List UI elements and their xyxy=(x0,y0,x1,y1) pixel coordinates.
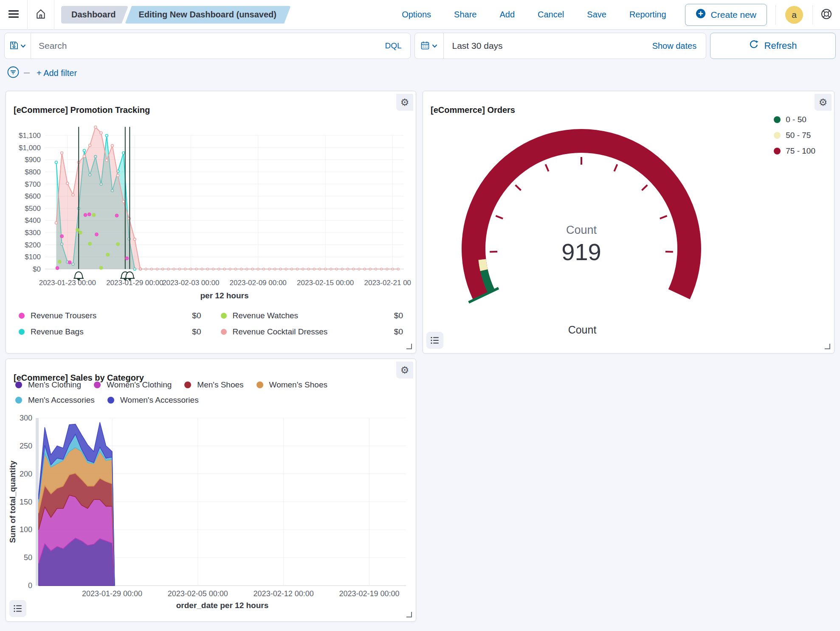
svg-text:2023-02-15 00:00: 2023-02-15 00:00 xyxy=(297,279,354,287)
legend-label: 75 - 100 xyxy=(786,146,815,156)
legend-label: Revenue Bags xyxy=(31,327,186,337)
save-query-icon xyxy=(10,41,18,51)
saved-query-button[interactable] xyxy=(5,33,31,59)
legend-dot xyxy=(15,397,22,404)
svg-text:order_date per 12 hours: order_date per 12 hours xyxy=(176,601,269,610)
svg-text:$100: $100 xyxy=(25,253,41,261)
legend-item-womens-accessories[interactable]: Women's Accessories xyxy=(107,395,199,405)
svg-text:2023-01-23 00:00: 2023-01-23 00:00 xyxy=(39,279,96,287)
breadcrumb: Dashboard Editing New Dashboard (unsaved… xyxy=(61,6,291,24)
legend-item-mens-clothing[interactable]: Men's Clothing xyxy=(15,380,81,390)
reporting-button[interactable]: Reporting xyxy=(627,9,669,20)
refresh-button[interactable]: Refresh xyxy=(710,33,836,59)
legend-label: 0 - 50 xyxy=(786,115,815,124)
legend-item-revenue-trousers[interactable]: Revenue Trousers $0 xyxy=(19,311,201,320)
divider xyxy=(775,5,776,25)
legend-item-revenue-watches[interactable]: Revenue Watches $0 xyxy=(221,311,403,320)
filter-icon[interactable] xyxy=(7,66,20,80)
svg-text:2023-01-29 00:00: 2023-01-29 00:00 xyxy=(106,279,163,287)
gauge-bottom-label: Count xyxy=(457,324,708,336)
resize-handle-icon[interactable] xyxy=(406,611,412,618)
breadcrumb-dashboard[interactable]: Dashboard xyxy=(61,6,128,24)
search-input[interactable] xyxy=(31,41,376,51)
legend-value: $0 xyxy=(192,311,201,320)
legend-dot xyxy=(15,381,22,388)
add-filter-button[interactable]: + Add filter xyxy=(34,68,79,79)
help-button[interactable] xyxy=(813,0,840,29)
cancel-button[interactable]: Cancel xyxy=(535,9,567,20)
panel-list-icon[interactable] xyxy=(9,600,26,617)
legend-label: Men's Accessories xyxy=(28,395,95,405)
legend-label: Revenue Trousers xyxy=(31,311,186,320)
create-new-button[interactable]: Create new xyxy=(685,4,767,26)
add-button[interactable]: Add xyxy=(497,9,517,20)
legend-item-range-50-75[interactable]: 50 - 75 xyxy=(774,131,815,140)
share-button[interactable]: Share xyxy=(451,9,479,20)
legend-label: Women's Shoes xyxy=(269,380,327,390)
menu-button[interactable] xyxy=(0,0,27,29)
svg-text:$500: $500 xyxy=(25,205,41,213)
resize-handle-icon[interactable] xyxy=(824,343,831,350)
legend-item-range-0-50[interactable]: 0 - 50 xyxy=(774,115,815,124)
svg-text:50: 50 xyxy=(24,553,32,562)
calendar-icon xyxy=(421,41,429,51)
legend-label: Men's Clothing xyxy=(28,380,81,390)
orders-gauge-chart[interactable]: Count 919 xyxy=(457,125,708,303)
gauge-legend: 0 - 50 50 - 75 75 - 100 xyxy=(774,115,815,156)
gauge-metric-label: Count xyxy=(566,224,597,236)
help-ring-icon xyxy=(820,8,832,21)
legend-item-revenue-bags[interactable]: Revenue Bags $0 xyxy=(19,327,201,337)
panel-title: [eCommerce] Promotion Tracking xyxy=(14,105,150,115)
plus-circle-icon xyxy=(696,8,706,21)
legend-item-revenue-cocktail-dresses[interactable]: Revenue Cocktail Dresses $0 xyxy=(221,327,403,337)
panel-sales-by-category: [eCommerce] Sales by Category ⚙ Men's Cl… xyxy=(6,359,416,622)
legend-value: $0 xyxy=(192,327,201,337)
legend-value: $0 xyxy=(394,327,403,337)
gear-icon[interactable]: ⚙ xyxy=(396,362,413,379)
svg-text:$1,100: $1,100 xyxy=(19,132,41,140)
legend-dot xyxy=(107,397,114,404)
divider xyxy=(54,0,54,30)
gear-icon[interactable]: ⚙ xyxy=(396,94,413,111)
gauge-value: 919 xyxy=(561,238,601,265)
svg-text:2023-02-03 00:00: 2023-02-03 00:00 xyxy=(162,279,219,287)
panel-orders: [eCommerce] Orders ⚙ 0 - 50 50 - 75 75 -… xyxy=(423,91,834,353)
filter-divider xyxy=(24,73,30,73)
svg-text:$200: $200 xyxy=(25,241,41,249)
svg-text:2023-02-05 00:00: 2023-02-05 00:00 xyxy=(168,589,228,598)
top-nav-actions: Options Share Add Cancel Save Reporting … xyxy=(399,0,840,29)
refresh-icon xyxy=(749,40,758,52)
gear-icon[interactable]: ⚙ xyxy=(815,94,832,111)
options-button[interactable]: Options xyxy=(399,9,434,20)
date-range-value[interactable]: Last 30 days xyxy=(444,41,643,51)
svg-text:250: 250 xyxy=(20,442,32,450)
svg-text:$600: $600 xyxy=(25,192,41,200)
panel-list-icon[interactable] xyxy=(426,332,443,349)
legend-dot xyxy=(774,132,781,139)
avatar[interactable]: a xyxy=(785,6,803,24)
legend-dot xyxy=(19,313,25,319)
query-language-button[interactable]: DQL xyxy=(376,41,410,50)
svg-text:0: 0 xyxy=(28,581,32,590)
legend-label: Revenue Cocktail Dresses xyxy=(233,327,388,337)
home-button[interactable] xyxy=(28,0,54,29)
resize-handle-icon[interactable] xyxy=(406,343,412,350)
legend-label: Women's Clothing xyxy=(107,380,172,390)
legend-item-mens-shoes[interactable]: Men's Shoes xyxy=(184,380,243,390)
svg-text:2023-01-29 00:00: 2023-01-29 00:00 xyxy=(82,589,142,598)
promotion-tracking-chart[interactable]: $0$100$200$300$400$500$600$700$800$900$1… xyxy=(12,122,411,308)
sales-legend: Men's Clothing Women's Clothing Men's Sh… xyxy=(15,380,410,405)
svg-text:$0: $0 xyxy=(33,265,41,273)
legend-item-range-75-100[interactable]: 75 - 100 xyxy=(774,146,815,156)
panel-title: [eCommerce] Orders xyxy=(431,105,515,115)
date-picker: Last 30 days Show dates xyxy=(414,33,707,59)
legend-item-womens-clothing[interactable]: Women's Clothing xyxy=(94,380,172,390)
save-button[interactable]: Save xyxy=(584,9,609,20)
svg-text:2023-02-19 00:00: 2023-02-19 00:00 xyxy=(339,589,399,598)
calendar-button[interactable] xyxy=(415,33,444,59)
legend-label: 50 - 75 xyxy=(786,131,815,140)
sales-by-category-chart[interactable]: 050100150200250300Sum of total_quantity2… xyxy=(8,412,412,612)
show-dates-button[interactable]: Show dates xyxy=(643,41,706,51)
legend-item-mens-accessories[interactable]: Men's Accessories xyxy=(15,395,95,405)
legend-item-womens-shoes[interactable]: Women's Shoes xyxy=(257,380,327,390)
